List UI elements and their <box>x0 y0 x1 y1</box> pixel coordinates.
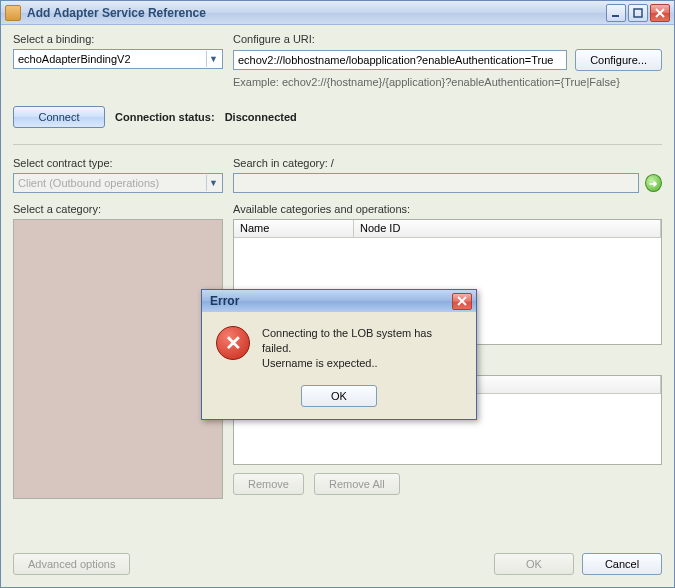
cancel-button[interactable]: Cancel <box>582 553 662 575</box>
uri-example: Example: echov2://{hostname}/{applicatio… <box>233 76 662 88</box>
error-icon: ✕ <box>216 326 250 360</box>
maximize-button[interactable] <box>628 4 648 22</box>
configure-button[interactable]: Configure... <box>575 49 662 71</box>
category-tree[interactable] <box>13 219 223 499</box>
svg-rect-1 <box>634 9 642 17</box>
dialog-close-button[interactable] <box>452 293 472 310</box>
remove-all-button: Remove All <box>314 473 400 495</box>
connect-button[interactable]: Connect <box>13 106 105 128</box>
available-grid-header: Name Node ID <box>234 220 661 238</box>
dialog-ok-button[interactable]: OK <box>301 385 377 407</box>
dialog-message-line1: Connecting to the LOB system has failed. <box>262 326 462 356</box>
connection-status-value: Disconnected <box>225 111 297 123</box>
search-label: Search in category: / <box>233 157 662 169</box>
col-name[interactable]: Name <box>234 220 354 237</box>
main-window: Add Adapter Service Reference Select a b… <box>0 0 675 588</box>
col-nodeid[interactable]: Node ID <box>354 220 661 237</box>
dialog-title: Error <box>210 294 239 308</box>
app-icon <box>5 5 21 21</box>
remove-button: Remove <box>233 473 304 495</box>
contract-label: Select contract type: <box>13 157 223 169</box>
footer: Advanced options OK Cancel <box>13 553 662 575</box>
error-dialog: Error ✕ Connecting to the LOB system has… <box>201 289 477 420</box>
contract-select <box>13 173 223 193</box>
category-label: Select a category: <box>13 203 223 215</box>
dialog-message-line2: Username is expected.. <box>262 356 462 371</box>
connection-status-label: Connection status: <box>115 111 215 123</box>
ok-button: OK <box>494 553 574 575</box>
dialog-message: Connecting to the LOB system has failed.… <box>262 326 462 371</box>
minimize-button[interactable] <box>606 4 626 22</box>
advanced-options-button: Advanced options <box>13 553 130 575</box>
arrow-right-icon: ➜ <box>649 178 657 189</box>
content-area: Select a binding: ▼ Configure a URI: Con… <box>1 25 674 587</box>
binding-select[interactable] <box>13 49 223 69</box>
available-label: Available categories and operations: <box>233 203 662 215</box>
uri-label: Configure a URI: <box>233 33 662 45</box>
titlebar[interactable]: Add Adapter Service Reference <box>1 1 674 25</box>
binding-label: Select a binding: <box>13 33 223 45</box>
divider <box>13 144 662 145</box>
close-button[interactable] <box>650 4 670 22</box>
search-go-button[interactable]: ➜ <box>645 174 662 192</box>
search-input <box>233 173 639 193</box>
window-title: Add Adapter Service Reference <box>27 6 604 20</box>
uri-input[interactable] <box>233 50 567 70</box>
dialog-titlebar[interactable]: Error <box>202 290 476 312</box>
